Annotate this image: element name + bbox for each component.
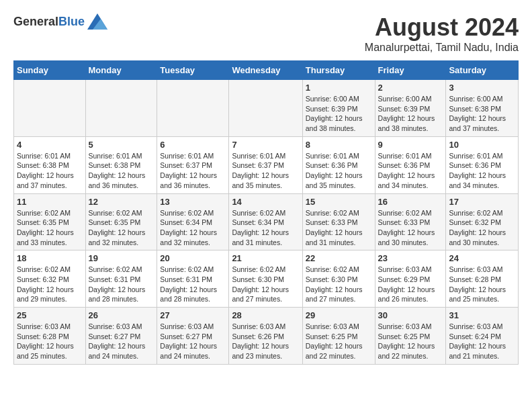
day-number: 27 <box>160 310 226 320</box>
day-info: Sunrise: 6:01 AMSunset: 6:38 PMDaylight:… <box>89 151 154 191</box>
day-number: 12 <box>89 197 154 207</box>
day-number: 19 <box>89 253 154 263</box>
calendar-table: SundayMondayTuesdayWednesdayThursdayFrid… <box>13 60 519 365</box>
day-number: 17 <box>449 197 515 207</box>
day-number: 26 <box>89 310 154 320</box>
day-info: Sunrise: 6:02 AMSunset: 6:33 PMDaylight:… <box>378 208 443 248</box>
calendar-cell <box>157 80 229 137</box>
calendar-cell <box>85 80 157 137</box>
day-header-saturday: Saturday <box>446 61 519 80</box>
day-number: 18 <box>17 253 83 263</box>
calendar-cell: 27Sunrise: 6:03 AMSunset: 6:27 PMDayligh… <box>157 308 229 365</box>
day-number: 16 <box>378 197 443 207</box>
day-info: Sunrise: 6:02 AMSunset: 6:33 PMDaylight:… <box>306 208 372 248</box>
day-number: 6 <box>160 140 226 150</box>
day-number: 23 <box>378 253 443 263</box>
day-info: Sunrise: 6:02 AMSunset: 6:32 PMDaylight:… <box>17 265 83 304</box>
day-info: Sunrise: 6:02 AMSunset: 6:31 PMDaylight:… <box>160 265 226 304</box>
day-header-thursday: Thursday <box>302 61 375 80</box>
day-number: 9 <box>378 140 443 150</box>
day-number: 25 <box>17 310 83 320</box>
day-number: 31 <box>449 310 515 320</box>
logo: GeneralBlue <box>13 13 107 30</box>
logo-blue: Blue <box>58 15 85 28</box>
day-header-monday: Monday <box>85 61 157 80</box>
calendar-cell: 31Sunrise: 6:03 AMSunset: 6:24 PMDayligh… <box>446 308 519 365</box>
day-number: 28 <box>232 310 299 320</box>
calendar-cell <box>14 80 86 137</box>
day-info: Sunrise: 6:02 AMSunset: 6:34 PMDaylight:… <box>160 208 226 248</box>
day-number: 3 <box>449 83 515 93</box>
calendar-cell: 10Sunrise: 6:01 AMSunset: 6:36 PMDayligh… <box>446 136 519 193</box>
day-number: 15 <box>306 197 372 207</box>
calendar-cell: 22Sunrise: 6:02 AMSunset: 6:30 PMDayligh… <box>302 250 375 308</box>
day-info: Sunrise: 6:03 AMSunset: 6:25 PMDaylight:… <box>378 322 443 361</box>
calendar-cell: 16Sunrise: 6:02 AMSunset: 6:33 PMDayligh… <box>375 193 446 250</box>
calendar-cell: 21Sunrise: 6:02 AMSunset: 6:30 PMDayligh… <box>229 250 302 308</box>
day-number: 7 <box>232 140 299 150</box>
calendar-cell: 28Sunrise: 6:03 AMSunset: 6:26 PMDayligh… <box>229 308 302 365</box>
day-info: Sunrise: 6:01 AMSunset: 6:36 PMDaylight:… <box>378 151 443 191</box>
day-number: 5 <box>89 140 154 150</box>
calendar-cell: 3Sunrise: 6:00 AMSunset: 6:38 PMDaylight… <box>446 80 519 137</box>
calendar-week-row: 1Sunrise: 6:00 AMSunset: 6:39 PMDaylight… <box>14 80 519 137</box>
day-number: 22 <box>306 253 372 263</box>
day-info: Sunrise: 6:02 AMSunset: 6:31 PMDaylight:… <box>89 265 154 304</box>
day-info: Sunrise: 6:03 AMSunset: 6:28 PMDaylight:… <box>449 265 515 304</box>
day-info: Sunrise: 6:03 AMSunset: 6:27 PMDaylight:… <box>160 322 226 361</box>
day-info: Sunrise: 6:01 AMSunset: 6:38 PMDaylight:… <box>17 151 83 191</box>
calendar-cell: 11Sunrise: 6:02 AMSunset: 6:35 PMDayligh… <box>14 193 86 250</box>
calendar-week-row: 25Sunrise: 6:03 AMSunset: 6:28 PMDayligh… <box>14 308 519 365</box>
calendar-cell: 2Sunrise: 6:00 AMSunset: 6:39 PMDaylight… <box>375 80 446 137</box>
calendar-cell: 25Sunrise: 6:03 AMSunset: 6:28 PMDayligh… <box>14 308 86 365</box>
calendar-cell <box>229 80 302 137</box>
day-number: 13 <box>160 197 226 207</box>
day-info: Sunrise: 6:01 AMSunset: 6:36 PMDaylight:… <box>449 151 515 191</box>
page-title: August 2024 <box>365 13 519 42</box>
calendar-week-row: 18Sunrise: 6:02 AMSunset: 6:32 PMDayligh… <box>14 250 519 308</box>
title-section: August 2024 Manalurpettai, Tamil Nadu, I… <box>365 13 519 54</box>
calendar-cell: 5Sunrise: 6:01 AMSunset: 6:38 PMDaylight… <box>85 136 157 193</box>
calendar-cell: 4Sunrise: 6:01 AMSunset: 6:38 PMDaylight… <box>14 136 86 193</box>
day-info: Sunrise: 6:03 AMSunset: 6:26 PMDaylight:… <box>232 322 299 361</box>
day-info: Sunrise: 6:03 AMSunset: 6:25 PMDaylight:… <box>306 322 372 361</box>
day-info: Sunrise: 6:03 AMSunset: 6:28 PMDaylight:… <box>17 322 83 361</box>
day-header-friday: Friday <box>375 61 446 80</box>
day-info: Sunrise: 6:02 AMSunset: 6:35 PMDaylight:… <box>89 208 154 248</box>
day-info: Sunrise: 6:01 AMSunset: 6:36 PMDaylight:… <box>306 151 372 191</box>
day-number: 29 <box>306 310 372 320</box>
calendar-cell: 1Sunrise: 6:00 AMSunset: 6:39 PMDaylight… <box>302 80 375 137</box>
page-subtitle: Manalurpettai, Tamil Nadu, India <box>365 42 519 54</box>
day-number: 10 <box>449 140 515 150</box>
day-info: Sunrise: 6:01 AMSunset: 6:37 PMDaylight:… <box>160 151 226 191</box>
page-header: GeneralBlue August 2024 Manalurpettai, T… <box>13 13 519 54</box>
day-info: Sunrise: 6:01 AMSunset: 6:37 PMDaylight:… <box>232 151 299 191</box>
day-info: Sunrise: 6:02 AMSunset: 6:30 PMDaylight:… <box>232 265 299 304</box>
calendar-cell: 24Sunrise: 6:03 AMSunset: 6:28 PMDayligh… <box>446 250 519 308</box>
day-number: 1 <box>306 83 372 93</box>
day-info: Sunrise: 6:00 AMSunset: 6:39 PMDaylight:… <box>378 94 443 134</box>
calendar-week-row: 11Sunrise: 6:02 AMSunset: 6:35 PMDayligh… <box>14 193 519 250</box>
day-number: 4 <box>17 140 83 150</box>
day-info: Sunrise: 6:02 AMSunset: 6:35 PMDaylight:… <box>17 208 83 248</box>
day-info: Sunrise: 6:00 AMSunset: 6:39 PMDaylight:… <box>306 94 372 134</box>
day-info: Sunrise: 6:03 AMSunset: 6:24 PMDaylight:… <box>449 322 515 361</box>
day-info: Sunrise: 6:02 AMSunset: 6:34 PMDaylight:… <box>232 208 299 248</box>
day-header-wednesday: Wednesday <box>229 61 302 80</box>
day-number: 30 <box>378 310 443 320</box>
calendar-cell: 30Sunrise: 6:03 AMSunset: 6:25 PMDayligh… <box>375 308 446 365</box>
calendar-cell: 13Sunrise: 6:02 AMSunset: 6:34 PMDayligh… <box>157 193 229 250</box>
day-number: 11 <box>17 197 83 207</box>
day-info: Sunrise: 6:03 AMSunset: 6:27 PMDaylight:… <box>89 322 154 361</box>
calendar-cell: 9Sunrise: 6:01 AMSunset: 6:36 PMDaylight… <box>375 136 446 193</box>
calendar-cell: 20Sunrise: 6:02 AMSunset: 6:31 PMDayligh… <box>157 250 229 308</box>
day-info: Sunrise: 6:03 AMSunset: 6:29 PMDaylight:… <box>378 265 443 304</box>
day-number: 24 <box>449 253 515 263</box>
calendar-cell: 19Sunrise: 6:02 AMSunset: 6:31 PMDayligh… <box>85 250 157 308</box>
day-number: 20 <box>160 253 226 263</box>
calendar-header-row: SundayMondayTuesdayWednesdayThursdayFrid… <box>14 61 519 80</box>
calendar-week-row: 4Sunrise: 6:01 AMSunset: 6:38 PMDaylight… <box>14 136 519 193</box>
calendar-cell: 12Sunrise: 6:02 AMSunset: 6:35 PMDayligh… <box>85 193 157 250</box>
day-info: Sunrise: 6:00 AMSunset: 6:38 PMDaylight:… <box>449 94 515 134</box>
day-info: Sunrise: 6:02 AMSunset: 6:30 PMDaylight:… <box>306 265 372 304</box>
